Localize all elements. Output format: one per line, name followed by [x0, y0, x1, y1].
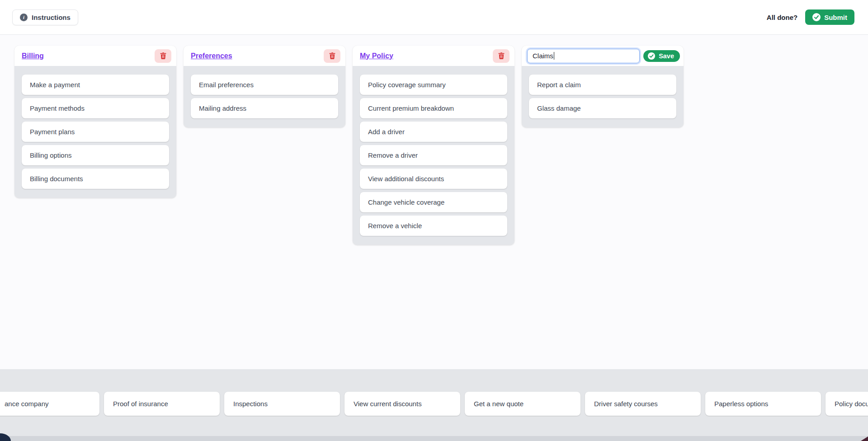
- all-done-label: All done?: [767, 14, 797, 21]
- column-item-list: Email preferences Mailing address: [184, 66, 345, 127]
- column-header-editing: Claims Save: [522, 46, 684, 66]
- instructions-button[interactable]: i Instructions: [12, 9, 78, 25]
- card-item[interactable]: Current premium breakdown: [360, 98, 507, 118]
- column-header: Billing: [14, 46, 176, 66]
- decorative-corner-shape-right: [861, 436, 868, 441]
- card-item[interactable]: View additional discounts: [360, 169, 507, 189]
- category-column-my-policy: My Policy Policy coverage summary Curren…: [353, 46, 514, 245]
- column-item-list: Make a payment Payment methods Payment p…: [14, 66, 176, 198]
- text-caret: [554, 52, 555, 60]
- delete-category-button[interactable]: [155, 49, 171, 63]
- instructions-label: Instructions: [32, 14, 71, 21]
- card-item[interactable]: Report a claim: [529, 75, 676, 95]
- tray-card[interactable]: Get a new quote: [465, 392, 580, 416]
- card-item[interactable]: Add a driver: [360, 122, 507, 142]
- card-item[interactable]: Remove a vehicle: [360, 216, 507, 236]
- category-name-value: Claims: [533, 52, 553, 60]
- card-item[interactable]: Make a payment: [22, 75, 169, 95]
- card-item[interactable]: Email preferences: [191, 75, 338, 95]
- category-column-claims: Claims Save Report a claim Glass damage: [522, 46, 684, 127]
- category-column-preferences: Preferences Email preferences Mailing ad…: [184, 46, 345, 127]
- column-title-link[interactable]: My Policy: [360, 52, 393, 60]
- tray-card[interactable]: Policy docume: [826, 392, 868, 416]
- save-category-button[interactable]: Save: [643, 50, 680, 62]
- card-item[interactable]: Mailing address: [191, 98, 338, 118]
- card-item[interactable]: Billing options: [22, 145, 169, 165]
- check-circle-icon: [812, 13, 821, 21]
- submit-button[interactable]: Submit: [805, 9, 854, 25]
- trash-icon: [329, 52, 335, 59]
- tray-card[interactable]: View current discounts: [344, 392, 460, 416]
- column-header: Preferences: [184, 46, 345, 66]
- decorative-corner-shape-left: [0, 433, 11, 441]
- column-item-list: Policy coverage summary Current premium …: [353, 66, 514, 245]
- card-item[interactable]: Payment plans: [22, 122, 169, 142]
- column-title-link[interactable]: Preferences: [191, 52, 232, 60]
- column-header: My Policy: [353, 46, 514, 66]
- category-column-billing: Billing Make a payment Payment methods P…: [14, 46, 176, 198]
- horizontal-scrollbar-track[interactable]: [0, 436, 868, 441]
- delete-category-button[interactable]: [324, 49, 340, 63]
- tray-card-row: ance company Proof of insurance Inspecti…: [0, 392, 868, 416]
- topbar-right-group: All done? Submit: [767, 9, 854, 25]
- column-item-list: Report a claim Glass damage: [522, 66, 684, 127]
- card-item[interactable]: Policy coverage summary: [360, 75, 507, 95]
- tray-card[interactable]: Inspections: [224, 392, 340, 416]
- tray-card[interactable]: ance company: [0, 392, 99, 416]
- card-item[interactable]: Remove a driver: [360, 145, 507, 165]
- submit-label: Submit: [824, 14, 847, 21]
- column-title-link[interactable]: Billing: [22, 52, 44, 60]
- tray-card[interactable]: Proof of insurance: [104, 392, 220, 416]
- tray-card[interactable]: Driver safety courses: [585, 392, 701, 416]
- card-item[interactable]: Payment methods: [22, 98, 169, 118]
- category-board: Billing Make a payment Payment methods P…: [0, 35, 868, 369]
- save-label: Save: [659, 52, 674, 60]
- card-item[interactable]: Billing documents: [22, 169, 169, 189]
- tray-card[interactable]: Paperless options: [705, 392, 821, 416]
- top-bar: i Instructions All done? Submit: [0, 0, 868, 35]
- trash-icon: [160, 52, 166, 59]
- info-icon: i: [20, 14, 28, 21]
- trash-icon: [498, 52, 505, 59]
- delete-category-button[interactable]: [493, 49, 509, 63]
- unsorted-items-tray: ance company Proof of insurance Inspecti…: [0, 369, 868, 441]
- category-name-input[interactable]: Claims: [527, 49, 640, 63]
- card-item[interactable]: Glass damage: [529, 98, 676, 118]
- check-circle-icon: [648, 52, 655, 60]
- card-item[interactable]: Change vehicle coverage: [360, 192, 507, 212]
